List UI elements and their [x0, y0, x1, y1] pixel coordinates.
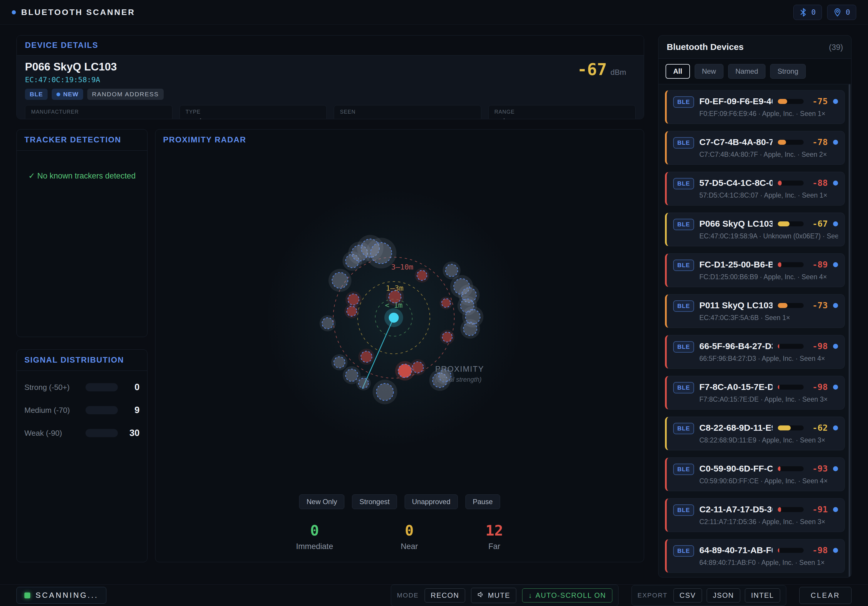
- protocol-badge: BLE: [673, 382, 694, 393]
- signal-row-bar: [85, 429, 118, 437]
- device-signal-bar: [778, 262, 804, 267]
- device-list-item[interactable]: BLE 66-5F-96-B4-27-D3 -98 66:5F:96:B4:27…: [665, 335, 845, 369]
- counter-value: 0: [401, 522, 418, 539]
- speaker-icon: [477, 591, 485, 600]
- device-field: SEEN 1×: [334, 105, 481, 119]
- mute-button[interactable]: MUTE: [471, 588, 516, 603]
- check-icon: ✓: [28, 172, 35, 180]
- export-group: EXPORT CSV JSON INTEL: [631, 585, 786, 606]
- field-label: TYPE: [186, 109, 321, 115]
- device-details-panel: DEVICE DETAILS P066 SkyQ LC103 EC:47:0C:…: [17, 35, 644, 119]
- radar-counters: 0 Immediate 0 Near 12 Far: [155, 522, 644, 551]
- device-list-item[interactable]: BLE 64-89-40-71-AB-F0 -98 64:89:40:71:AB…: [665, 539, 845, 573]
- device-name: F7-8C-A0-15-7E-DE: [699, 382, 772, 392]
- svg-text:(signal strength): (signal strength): [435, 376, 482, 383]
- device-list-item[interactable]: BLE 57-D5-C4-1C-8C-07 -88 57:D5:C4:1C:8C…: [665, 172, 845, 206]
- footer-bar: SCANNING... MODE RECON MUTE ↓ AUTO-SCROL…: [0, 584, 868, 606]
- random-address-badge: RANDOM ADDRESS: [87, 89, 164, 100]
- protocol-badge: BLE: [673, 545, 694, 557]
- device-list-item[interactable]: BLE P011 SkyQ LC103 -73 EC:47:0C:3F:5A:6…: [665, 294, 845, 328]
- tracker-status: ✓ No known trackers detected: [17, 151, 147, 181]
- device-rssi: -93: [809, 464, 828, 474]
- field-value: --: [31, 117, 166, 119]
- device-meta: C8:22:68:9D:11:E9 · Apple, Inc. · Seen 3…: [699, 436, 838, 444]
- device-list-item[interactable]: BLE C0-59-90-6D-FF-CE -93 C0:59:90:6D:FF…: [665, 458, 845, 491]
- device-list-count: (39): [829, 43, 843, 52]
- device-list-item[interactable]: BLE C8-22-68-9D-11-E9 -62 C8:22:68:9D:11…: [665, 417, 845, 450]
- device-status-dot: [833, 303, 838, 308]
- device-status-dot: [833, 181, 838, 186]
- signal-row-label: Strong (-50+): [25, 383, 80, 392]
- device-filter-tab[interactable]: Named: [728, 64, 766, 79]
- autoscroll-toggle[interactable]: ↓ AUTO-SCROLL ON: [522, 588, 612, 603]
- clear-button[interactable]: CLEAR: [799, 587, 851, 604]
- device-signal-bar: [778, 181, 804, 186]
- radar-filter-button[interactable]: New Only: [299, 495, 344, 509]
- device-rssi: -98: [809, 382, 828, 392]
- selected-device-rssi: -67 dBm: [577, 60, 626, 79]
- signal-row-count: 9: [123, 405, 140, 416]
- export-format-button[interactable]: JSON: [707, 588, 740, 603]
- device-field: TYPE random: [180, 105, 327, 119]
- location-count-badge[interactable]: 0: [827, 5, 856, 20]
- signal-row-bar: [85, 406, 118, 414]
- field-label: SEEN: [340, 109, 475, 115]
- protocol-badge: BLE: [673, 96, 694, 108]
- scanning-label: SCANNING...: [36, 591, 98, 600]
- device-status-dot: [833, 140, 838, 145]
- mode-button[interactable]: RECON: [425, 588, 465, 603]
- device-rssi: -75: [809, 96, 828, 106]
- tracker-status-text: No known trackers detected: [37, 172, 136, 180]
- radar-filter-button[interactable]: Strongest: [352, 495, 397, 509]
- rssi-value: -67: [577, 60, 607, 79]
- device-rssi: -73: [809, 300, 828, 310]
- export-format-button[interactable]: INTEL: [745, 588, 780, 603]
- device-signal-bar: [778, 99, 804, 104]
- device-list-item[interactable]: BLE P066 SkyQ LC103 -67 EC:47:0C:19:58:9…: [665, 213, 845, 246]
- device-fields: MANUFACTURER -- TYPE random SEEN 1× RANG…: [25, 105, 636, 119]
- scrollbar[interactable]: [849, 84, 850, 577]
- new-dot-icon: [56, 93, 60, 96]
- header-counters: 0 0: [794, 5, 856, 20]
- device-list-item[interactable]: BLE F0-EF-09-F6-E9-46 -75 F0:EF:09:F6:E9…: [665, 90, 845, 124]
- device-list[interactable]: BLE F0-EF-09-F6-E9-46 -75 F0:EF:09:F6:E9…: [659, 84, 851, 577]
- protocol-badge: BLE: [673, 341, 694, 352]
- device-meta: F0:EF:09:F6:E9:46 · Apple, Inc. · Seen 1…: [699, 110, 838, 118]
- device-meta: EC:47:0C:3F:5A:6B · Seen 1×: [699, 314, 838, 322]
- bluetooth-count-badge[interactable]: 0: [794, 5, 822, 20]
- device-meta: FC:D1:25:00:B6:B9 · Apple, Inc. · Seen 4…: [699, 273, 838, 281]
- protocol-badge: BLE: [673, 260, 694, 271]
- ble-badge: BLE: [25, 89, 48, 100]
- proximity-counter: 0 Near: [401, 522, 418, 551]
- protocol-badge: BLE: [673, 464, 694, 475]
- bluetooth-count: 0: [811, 8, 816, 17]
- device-list-item[interactable]: BLE C2-11-A7-17-D5-36 -91 C2:11:A7:17:D5…: [665, 498, 845, 532]
- device-filter-tab[interactable]: Strong: [770, 64, 806, 79]
- device-filter-tab[interactable]: All: [665, 64, 690, 79]
- bluetooth-scanner-app: BLUETOOTH SCANNER 0 0 DEVICE DETAILS P06…: [0, 0, 868, 606]
- device-list-item[interactable]: BLE F7-8C-A0-15-7E-DE -98 F7:8C:A0:15:7E…: [665, 376, 845, 410]
- field-value: unknown: [494, 117, 630, 119]
- device-status-dot: [833, 262, 838, 267]
- new-badge: NEW: [52, 89, 83, 100]
- tracker-detection-header: TRACKER DETECTION: [17, 130, 147, 151]
- radar-filter-button[interactable]: Pause: [465, 495, 500, 509]
- protocol-badge: BLE: [673, 219, 694, 230]
- device-list-item[interactable]: BLE FC-D1-25-00-B6-B9 -89 FC:D1:25:00:B6…: [665, 254, 845, 287]
- radar-filter-button[interactable]: Unapproved: [405, 495, 458, 509]
- tracker-detection-title: TRACKER DETECTION: [25, 135, 121, 144]
- scanning-indicator[interactable]: SCANNING...: [17, 587, 106, 604]
- device-filter-tab[interactable]: New: [694, 64, 724, 79]
- device-meta: F7:8C:A0:15:7E:DE · Apple, Inc. · Seen 3…: [699, 396, 838, 403]
- device-name: F0-EF-09-F6-E9-46: [699, 96, 772, 106]
- radar-canvas[interactable]: < 1m1–3m3–10mPROXIMITY(signal strength): [155, 150, 644, 491]
- export-format-button[interactable]: CSV: [673, 588, 702, 603]
- device-signal-bar: [778, 140, 804, 145]
- device-name: 64-89-40-71-AB-F0: [699, 545, 772, 555]
- device-list-item[interactable]: BLE C7-C7-4B-4A-80-7F -78 C7:C7:4B:4A:80…: [665, 131, 845, 165]
- device-name: C8-22-68-9D-11-E9: [699, 423, 772, 433]
- device-signal-bar: [778, 221, 804, 226]
- device-status-dot: [833, 425, 838, 430]
- proximity-counter: 12 Far: [485, 522, 503, 551]
- device-rssi: -91: [809, 504, 828, 515]
